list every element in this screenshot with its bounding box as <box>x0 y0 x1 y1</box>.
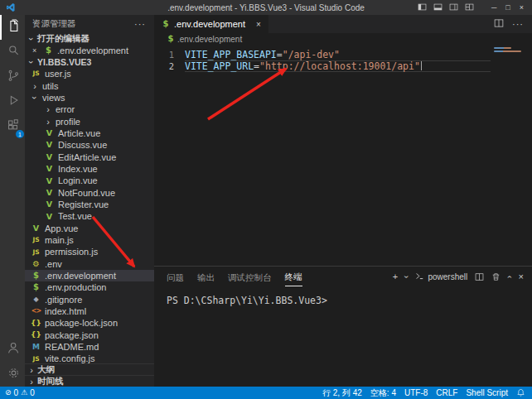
open-editor-item[interactable]: × $ .env.development <box>25 45 154 56</box>
tree-item-vite.config.js[interactable]: JSvite.config.js <box>25 353 154 363</box>
code-editor[interactable]: 1VITE_APP_BASEAPI="/api-dev"2VITE_APP_UR… <box>154 45 532 266</box>
editor-more-actions-icon[interactable]: ··· <box>512 19 524 29</box>
panel-tab-问题[interactable]: 问题 <box>167 268 184 286</box>
tree-item-NotFound.vue[interactable]: VNotFound.vue <box>25 186 154 198</box>
tree-item-permission.js[interactable]: JSpermission.js <box>25 246 154 257</box>
accounts-button[interactable] <box>0 337 25 362</box>
tab-env-development[interactable]: $ .env.development × <box>154 15 268 33</box>
file-label: main.js <box>45 235 74 245</box>
tree-item-error[interactable]: ›error <box>25 103 154 115</box>
toggle-panel-icon[interactable] <box>433 0 443 15</box>
tree-item-App.vue[interactable]: VApp.vue <box>25 222 154 233</box>
account-icon <box>6 340 22 359</box>
settings-gear-button[interactable] <box>0 362 25 387</box>
tree-item-.env.development[interactable]: $.env.development <box>25 270 154 281</box>
indentation-status[interactable]: 空格: 4 <box>370 387 396 399</box>
close-editor-icon[interactable]: × <box>32 46 40 55</box>
tree-item-Index.vue[interactable]: VIndex.vue <box>25 163 154 175</box>
panel-tab-终端[interactable]: 终端 <box>285 267 302 286</box>
panel-tab-调试控制台[interactable]: 调试控制台 <box>228 268 272 286</box>
tree-item-utils[interactable]: ›utils <box>25 79 154 91</box>
tree-item-Article.vue[interactable]: VArticle.vue <box>25 127 154 139</box>
error-icon: ⊘ <box>5 389 12 397</box>
file-label: Register.vue <box>58 200 109 209</box>
status-bar-right: 行 2, 列 42 空格: 4 UTF-8 CRLF Shell Script <box>322 387 525 399</box>
maximize-panel-icon[interactable]: › <box>505 276 514 278</box>
panel-tabs: 问题输出调试控制台终端 <box>167 267 302 286</box>
cursor-position-status[interactable]: 行 2, 列 42 <box>322 387 362 399</box>
vscode-logo-icon <box>6 2 16 12</box>
status-bar: ⊘ 0 ⚠ 0 行 2, 列 42 空格: 4 UTF-8 CRLF Shell… <box>0 387 532 399</box>
new-terminal-icon[interactable]: + <box>393 272 398 281</box>
shell-file-icon: $ <box>31 283 41 291</box>
terminal[interactable]: PS D:\CSharp\Yi\Yi.BBS.Vue3> <box>154 287 532 387</box>
md-file-icon: M <box>31 344 41 351</box>
tree-item-main.js[interactable]: JSmain.js <box>25 234 154 246</box>
language-mode-status[interactable]: Shell Script <box>466 388 508 397</box>
tree-item-user.js[interactable]: JSuser.js <box>25 68 154 79</box>
tree-item-.gitignore[interactable]: ◆.gitignore <box>25 294 154 305</box>
file-label: Test.vue <box>58 211 92 221</box>
close-panel-icon[interactable]: × <box>519 272 524 281</box>
notifications-bell-icon[interactable] <box>516 388 525 397</box>
tree-item-index.html[interactable]: <>index.html <box>25 305 154 317</box>
activity-source-control-button[interactable] <box>0 65 25 89</box>
kill-terminal-trash-icon[interactable] <box>491 270 501 285</box>
activity-search-button[interactable] <box>0 40 25 65</box>
terminal-icon <box>415 272 424 282</box>
file-tree: JSuser.js›utils›views›error›profileVArti… <box>25 68 154 363</box>
views-more-actions-icon[interactable]: ··· <box>134 19 146 29</box>
title-bar: .env.development - Yi.BBS.Vue3 - Visual … <box>0 0 532 15</box>
encoding-status[interactable]: UTF-8 <box>404 388 428 397</box>
file-label: utils <box>42 81 59 91</box>
vue-file-icon: V <box>44 153 55 161</box>
breadcrumb[interactable]: $ .env.development <box>154 33 532 45</box>
tree-item-Discuss.vue[interactable]: VDiscuss.vue <box>25 139 154 151</box>
tree-item-Test.vue[interactable]: VTest.vue <box>25 210 154 222</box>
tree-item-package-lock.json[interactable]: {}package-lock.json <box>25 317 154 329</box>
sidebar-bottom-sections: › 大纲 › 时间线 <box>25 363 154 387</box>
activity-extensions-button[interactable]: 1 <box>0 114 25 139</box>
terminal-shell-dropdown[interactable]: powershell <box>415 272 467 282</box>
file-label: App.vue <box>45 224 78 233</box>
tree-item-views[interactable]: ›views <box>25 92 154 103</box>
tree-item-Register.vue[interactable]: VRegister.vue <box>25 199 154 210</box>
activity-bar: 1 <box>0 15 25 387</box>
panel-tab-输出[interactable]: 输出 <box>197 268 215 286</box>
toggle-secondary-sidebar-icon[interactable] <box>449 0 458 15</box>
close-tab-icon[interactable]: × <box>256 20 261 29</box>
layout-controls <box>418 0 474 15</box>
open-editors-header[interactable]: › 打开的编辑器 <box>25 33 154 45</box>
tree-item-profile[interactable]: ›profile <box>25 115 154 127</box>
vue-file-icon: V <box>31 224 41 233</box>
minimap[interactable] <box>494 47 525 54</box>
text-cursor <box>421 61 422 70</box>
timeline-section-header[interactable]: › 时间线 <box>25 375 154 387</box>
code-tokens: VITE_APP_URL="http://localhost:19001/api… <box>185 60 491 72</box>
eol-status[interactable]: CRLF <box>436 388 457 397</box>
maximize-button[interactable]: □ <box>505 4 510 12</box>
activity-explorer-button[interactable] <box>0 15 25 40</box>
minimize-button[interactable]: ─ <box>491 4 496 12</box>
vue-file-icon: V <box>44 213 55 221</box>
window-controls: ─ □ × <box>418 0 532 15</box>
code-token: = <box>277 49 283 60</box>
timeline-label: 时间线 <box>37 376 64 387</box>
activity-run-debug-button[interactable] <box>0 89 25 114</box>
split-editor-icon[interactable] <box>494 17 504 31</box>
tree-item-package.json[interactable]: {}package.json <box>25 329 154 341</box>
close-window-button[interactable]: × <box>520 4 524 12</box>
project-root-header[interactable]: › YI.BBS.VUE3 <box>25 56 154 68</box>
tree-item-EditArticle.vue[interactable]: VEditArticle.vue <box>25 151 154 162</box>
tree-item-.env[interactable]: ⚙.env <box>25 258 154 270</box>
toggle-sidebar-icon[interactable] <box>418 0 427 15</box>
tree-item-Login.vue[interactable]: VLogin.vue <box>25 175 154 186</box>
tree-item-.env.production[interactable]: $.env.production <box>25 281 154 293</box>
tree-item-README.md[interactable]: MREADME.md <box>25 341 154 353</box>
customize-layout-icon[interactable] <box>465 0 474 15</box>
outline-section-header[interactable]: › 大纲 <box>25 363 154 375</box>
split-terminal-icon[interactable] <box>475 270 484 285</box>
problems-status[interactable]: ⊘ 0 ⚠ 0 <box>5 388 35 397</box>
terminal-profile-chevron-icon[interactable]: › <box>402 276 411 278</box>
file-label: Article.vue <box>58 128 100 138</box>
